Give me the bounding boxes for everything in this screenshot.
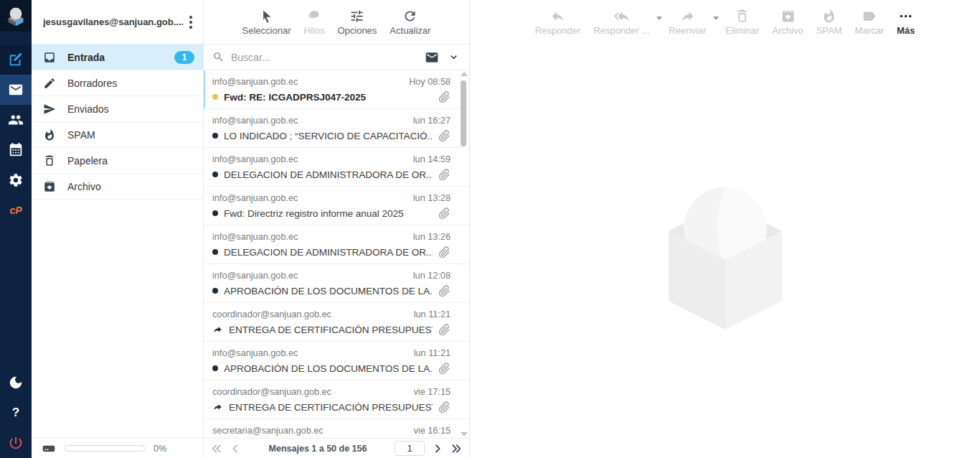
message-subject: Fwd: Directriz registro informe anual 20… (224, 208, 433, 219)
account-menu-kebab-icon[interactable] (183, 12, 199, 32)
last-page-button[interactable] (451, 443, 462, 454)
taskbar-settings-button[interactable] (0, 165, 32, 195)
message-subject: APROBACIÓN DE LOS DOCUMENTOS DE LA... (224, 286, 433, 296)
threads-chat-icon (306, 9, 321, 24)
forward-button[interactable]: Reenviar (662, 9, 712, 36)
folder-item[interactable]: Borradores (32, 70, 203, 96)
select-button[interactable]: Seleccionar (236, 9, 298, 36)
message-date: lun 13:26 (413, 232, 451, 242)
quota-percent: 0% (154, 444, 166, 454)
pagination-bar: Mensajes 1 a 50 de 156 (204, 438, 469, 458)
message-subject: Fwd: RE: ICGADPRSJ047-2025 (224, 92, 433, 103)
reply-all-dropdown-caret-icon[interactable] (656, 17, 662, 20)
more-button[interactable]: Más (890, 9, 921, 36)
folder-item[interactable]: Entrada 1 (32, 45, 203, 70)
attachment-paperclip-icon (438, 324, 451, 336)
search-icon (212, 51, 225, 63)
cpanel-icon: cP (9, 205, 22, 216)
options-button[interactable]: Opciones (331, 9, 383, 36)
mark-button[interactable]: Marcar (849, 9, 890, 36)
forward-dropdown-caret-icon[interactable] (713, 17, 719, 20)
next-page-button[interactable] (432, 443, 443, 454)
page-number-input[interactable] (395, 441, 425, 456)
attachment-paperclip-icon (438, 246, 451, 258)
search-input[interactable] (231, 52, 417, 63)
taskbar-cpanel-button[interactable]: cP (0, 195, 32, 225)
taskbar-contacts-button[interactable] (0, 105, 32, 135)
calendar-icon (8, 142, 24, 158)
spam-flame-icon (821, 9, 837, 24)
status-dot-icon (212, 249, 218, 255)
delete-button[interactable]: Eliminar (719, 9, 765, 36)
folder-item[interactable]: Archivo (32, 174, 203, 200)
account-email: jesusgavilanes@sanjuan.gob.... (43, 17, 183, 27)
search-options-chevron-icon[interactable] (447, 50, 461, 64)
refresh-icon (402, 9, 418, 24)
attachment-paperclip-icon (438, 363, 451, 375)
reply-all-button[interactable]: Responder ... (587, 9, 656, 36)
mail-toolbar: Responder Responder ... Reenviar Elimina… (470, 0, 980, 45)
logout-button[interactable] (0, 428, 32, 458)
message-subject: ENTREGA DE CERTIFICACIÓN PRESUPUEST... (229, 402, 433, 413)
folder-label: Archivo (67, 181, 101, 192)
message-date: lun 14:59 (413, 154, 451, 164)
tag-icon (862, 9, 877, 24)
folder-label: Entrada (67, 52, 105, 63)
message-sender: secretaria@sanjuan.gob.ec (212, 426, 408, 436)
taskbar-mail-button[interactable] (0, 75, 32, 105)
message-subject: DELEGACION DE ADMINISTRADORA DE OR... (224, 247, 433, 258)
account-bar: jesusgavilanes@sanjuan.gob.... (32, 0, 203, 45)
spam-button[interactable]: SPAM (810, 9, 849, 36)
message-row[interactable]: coordinador@sanjuan.gob.ec vie 17:15 ENT… (204, 380, 469, 419)
sent-paperplane-icon (43, 103, 56, 116)
message-row[interactable]: info@sanjuan.gob.ec lun 14:59 DELEGACION… (204, 148, 469, 187)
inbox-icon (43, 51, 56, 64)
more-dots-icon (898, 9, 913, 24)
forwarded-icon (212, 402, 223, 413)
folder-item[interactable]: Enviados (32, 96, 203, 122)
message-row[interactable]: info@sanjuan.gob.ec Hoy 08:58 Fwd: RE: I… (204, 70, 469, 109)
search-bar (204, 45, 469, 70)
folder-label: Borradores (67, 78, 117, 89)
attachment-paperclip-icon (438, 401, 451, 413)
status-dot-icon (212, 365, 218, 371)
dark-mode-button[interactable] (0, 368, 32, 398)
compose-button[interactable] (0, 45, 32, 75)
folder-label: Enviados (67, 103, 109, 115)
taskbar-calendar-button[interactable] (0, 135, 32, 165)
message-row[interactable]: secretaria@sanjuan.gob.ec vie 16:15 (204, 419, 469, 438)
message-date: lun 11:21 (414, 348, 451, 358)
taskbar: cP ? (0, 0, 32, 458)
message-row[interactable]: coordinador@sanjuan.gob.ec lun 11:21 ENT… (204, 303, 469, 342)
refresh-button[interactable]: Actualizar (383, 9, 437, 36)
folder-item[interactable]: SPAM (32, 122, 203, 148)
folders-panel: jesusgavilanes@sanjuan.gob.... Entrada 1 (32, 0, 204, 458)
message-row[interactable]: info@sanjuan.gob.ec lun 13:26 DELEGACION… (204, 225, 469, 264)
message-row[interactable]: info@sanjuan.gob.ec lun 16:27 LO INDICAD… (204, 109, 469, 148)
scrollbar-up-arrow-icon[interactable] (461, 72, 468, 76)
first-page-button[interactable] (211, 443, 222, 454)
message-sender: coordinador@sanjuan.gob.ec (212, 309, 408, 319)
cursor-icon (259, 9, 274, 24)
reply-button[interactable]: Responder (529, 9, 588, 36)
message-list: info@sanjuan.gob.ec Hoy 08:58 Fwd: RE: I… (204, 70, 469, 438)
list-scrollbar[interactable] (460, 72, 467, 436)
archive-icon (43, 180, 56, 193)
prev-page-button[interactable] (230, 443, 241, 454)
scrollbar-down-arrow-icon[interactable] (461, 432, 468, 436)
attachment-paperclip-icon (438, 169, 451, 181)
threads-button[interactable]: Hilos (298, 9, 331, 36)
message-subject: ENTREGA DE CERTIFICACIÓN PRESUPUEST... (229, 324, 433, 335)
help-button[interactable]: ? (0, 398, 32, 428)
folder-item[interactable]: Papelera (32, 148, 203, 174)
search-scope-mail-icon[interactable] (423, 49, 440, 66)
delete-trash-icon (735, 9, 750, 24)
message-row[interactable]: info@sanjuan.gob.ec lun 11:21 APROBACIÓN… (204, 342, 469, 380)
message-row[interactable]: info@sanjuan.gob.ec lun 13:28 Fwd: Direc… (204, 187, 469, 225)
message-row[interactable]: info@sanjuan.gob.ec lun 12:08 APROBACIÓN… (204, 264, 469, 303)
drafts-pencil-icon (43, 77, 56, 90)
archive-button[interactable]: Archivo (765, 9, 809, 36)
message-sender: info@sanjuan.gob.ec (212, 116, 407, 126)
attachment-paperclip-icon (438, 207, 451, 220)
scrollbar-thumb[interactable] (461, 80, 466, 146)
